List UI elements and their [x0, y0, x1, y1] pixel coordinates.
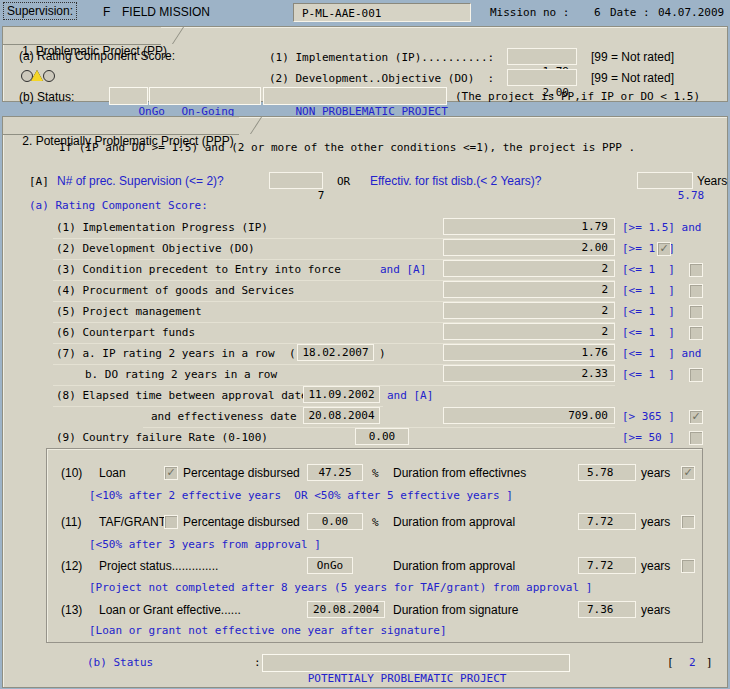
row-value-field[interactable]: 2.33	[443, 365, 615, 382]
row-value: 2.33	[582, 367, 609, 380]
duration-field[interactable]: 7.36	[578, 601, 636, 618]
row-value: 2	[601, 283, 608, 296]
criterion-row-5: (5) Project management 2 [<= 1 ]	[3, 302, 727, 323]
row-value-field[interactable]: 2.00	[443, 239, 615, 256]
criterion-row-3: (3) Condition precedent to Entry into fo…	[3, 260, 727, 281]
condition-met-checkbox[interactable]: ✓	[657, 242, 671, 256]
row-value-field[interactable]: 1.79	[443, 218, 615, 235]
precondition-row: [A] N# of prec. Supervision (<= 2)? 7 OR…	[3, 172, 727, 193]
condition-met-checkbox[interactable]	[689, 368, 703, 382]
row-date-field[interactable]: 18.02.2007	[297, 344, 374, 361]
row-value-field[interactable]: 709.00	[443, 407, 615, 424]
condition-met-checkbox[interactable]	[689, 431, 703, 445]
row-name: Loan or Grant effective......	[99, 603, 241, 617]
row-condition: [<= 1 ]	[622, 284, 675, 297]
row-label: and effectiveness date	[151, 410, 297, 423]
checkbox-label: Percentage disbursed	[183, 515, 300, 529]
ppp-status-field[interactable]: POTENTIALY PROBLEMATIC PROJECT	[262, 654, 570, 672]
row-value: 2.00	[582, 241, 609, 254]
effectiveness-years-field[interactable]: 5.78	[637, 172, 693, 189]
project-status-field[interactable]: OnGo	[307, 557, 353, 574]
row-label: (8) Elapsed time between approval date	[56, 389, 308, 402]
precondition-label1: N# of prec. Supervision (<= 2)?	[57, 174, 224, 188]
s1-status-label: (b) Status:	[19, 90, 74, 104]
row-label: (2) Development Objective (DO)	[56, 242, 255, 255]
years-unit-label: years	[641, 559, 670, 573]
effective-date-value: 20.08.2004	[313, 603, 379, 616]
s1-status-result-field[interactable]: NON PROBLEMATIC PROJECT	[263, 87, 447, 105]
row-value-field[interactable]: 2	[443, 281, 615, 298]
years-unit-label: years	[641, 515, 670, 529]
condition-met-checkbox[interactable]: ✓	[689, 410, 703, 424]
percentage-field[interactable]: 47.25	[307, 464, 363, 481]
duration-field[interactable]: 5.78	[578, 464, 636, 481]
paren-open: (	[289, 347, 296, 360]
module-code: F	[103, 5, 110, 19]
duration-field[interactable]: 7.72	[578, 557, 636, 574]
criterion-hint-13: [Loan or grant not effective one year af…	[89, 624, 447, 637]
s2-score-label: (a) Rating Component Score:	[29, 199, 208, 212]
module-name: FIELD MISSION	[122, 5, 210, 19]
duration-label: Duration from approval	[393, 515, 515, 529]
supervision-count-field[interactable]: 7	[269, 172, 323, 189]
percentage-disbursed-checkbox[interactable]	[164, 515, 178, 529]
project-code-field[interactable]: P-ML-AAE-001	[293, 3, 471, 22]
effective-date-field[interactable]: 20.08.2004	[307, 601, 385, 618]
percentage-disbursed-checkbox[interactable]: ✓	[164, 466, 178, 480]
mission-no-value[interactable]: 6	[594, 6, 601, 19]
s1-status-code-field[interactable]: OnGo	[109, 87, 148, 105]
condition-met-checkbox[interactable]	[689, 326, 703, 340]
s1-do-note: [99 = Not rated]	[591, 71, 674, 85]
check-icon: ✓	[658, 243, 670, 255]
row-name: Loan	[99, 466, 126, 480]
top-bar: Supervision: F FIELD MISSION P-ML-AAE-00…	[0, 0, 730, 25]
row-value-field[interactable]: 0.00	[355, 428, 409, 445]
row-name: TAF/GRANT	[99, 515, 166, 529]
s1-do-label: (2) Development..Objective (DO) :	[269, 72, 494, 85]
row-value-field[interactable]: 2	[443, 323, 615, 340]
check-icon: ✓	[690, 411, 702, 423]
row-label: (3) Condition precedent to Entry into fo…	[56, 263, 341, 276]
condition-met-checkbox[interactable]	[681, 559, 695, 573]
ppp-status-number: 2	[689, 656, 696, 669]
s2-intro: If (IP and DO >= 1.5) and (2 or more of …	[59, 141, 635, 154]
row-value-field[interactable]: 2	[443, 302, 615, 319]
condition-met-checkbox[interactable]	[689, 284, 703, 298]
row-date-field[interactable]: 11.09.2002	[303, 386, 380, 403]
module-label[interactable]: Supervision:	[3, 2, 77, 20]
ppp-status-label: (b) Status	[87, 656, 153, 669]
criterion-row-12: (12) Project status.............. OnGo D…	[3, 557, 727, 578]
percentage-field[interactable]: 0.00	[307, 513, 363, 530]
row-date-field[interactable]: 20.08.2004	[303, 407, 380, 424]
effectiveness-years-value: 5.78	[678, 189, 705, 202]
project-code-value: P-ML-AAE-001	[294, 4, 470, 20]
date-label: Date :	[610, 6, 650, 19]
row-value-field[interactable]: 2	[443, 260, 615, 277]
row-label: (1) Implementation Progress (IP)	[56, 221, 268, 234]
condition-met-checkbox[interactable]	[681, 515, 695, 529]
s1-ip-note: [99 = Not rated]	[591, 50, 674, 64]
years-unit-label: years	[641, 603, 670, 617]
row-value: 0.00	[369, 430, 396, 443]
s1-do-value-field[interactable]: 2.00	[507, 69, 577, 86]
row-condition: [<= 1 ]	[622, 368, 675, 381]
s1-ip-value-field[interactable]: 1.79	[507, 48, 577, 65]
condition-met-checkbox[interactable]	[689, 305, 703, 319]
row-condition: [>= 1.5] and	[622, 221, 701, 234]
duration-field[interactable]: 7.72	[578, 513, 636, 530]
row-condition: [<= 1 ]	[622, 326, 675, 339]
percent-sign: %	[372, 467, 379, 480]
row-label: (4) Procurment of goods and Services	[56, 284, 294, 297]
s1-status-note: (The project is PP,if IP or DO < 1.5)	[455, 90, 700, 103]
or-label: OR	[337, 175, 350, 188]
row-value-field[interactable]: 1.76	[443, 344, 615, 361]
row-num: (13)	[61, 603, 82, 617]
date-value[interactable]: 04.07.2009	[658, 6, 724, 19]
s1-status-name-field[interactable]: On-Going	[149, 87, 261, 105]
duration-label: Duration from effectivnes	[393, 466, 526, 480]
condition-met-checkbox[interactable]: ✓	[681, 466, 695, 480]
row-condition: [<= 1 ]	[622, 305, 675, 318]
condition-met-checkbox[interactable]	[689, 263, 703, 277]
check-icon: ✓	[682, 467, 694, 479]
criterion-row-7b: b. DO rating 2 years in a row 2.33 [<= 1…	[3, 365, 727, 386]
